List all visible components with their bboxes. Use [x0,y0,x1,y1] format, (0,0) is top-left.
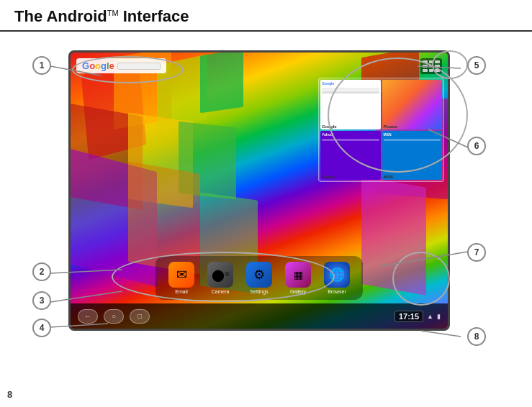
grid-dot [435,60,440,63]
page-title: The AndroidTM Interface [14,7,189,26]
grid-dot [423,69,428,72]
callout-8: 8 [467,327,486,346]
picasa-widget-label: Picasa [384,124,397,129]
google-widget[interactable]: Google Google [320,80,381,129]
navigation-bar: ← ○ □ 17:15 ▲ ▮ [71,303,448,329]
status-bar: 17:15 ▲ ▮ [395,311,441,322]
google-search-bar[interactable]: Google [76,58,166,73]
callout-5: 5 [467,56,486,75]
home-button[interactable]: ○ [104,309,124,324]
screen-background: Google Google [71,52,448,329]
block-green [200,52,243,113]
back-button[interactable]: ← [78,309,98,324]
app-dock: ✉ Email ⬤◎ Camera ⚙ Settings ▦ Gallery 🌐 [155,256,363,300]
grid-dot [435,69,440,72]
callout-1: 1 [32,56,51,75]
gallery-label: Gallery [290,289,306,294]
grid-dot [435,65,440,68]
grid-dot [423,60,428,63]
grid-dot [423,65,428,68]
camera-icon: ⬤◎ [207,262,233,288]
block-right-purple [361,176,426,296]
camera-label: Camera [212,289,230,294]
grid-dot [429,60,434,63]
callout-7: 7 [467,243,486,262]
diagram-container: Google Google [29,36,490,381]
grid-dot [429,69,434,72]
grid-dot [429,65,434,68]
yahoo-widget-label: Yahoo! [322,175,336,179]
yahoo-widget[interactable]: Yahoo! Yahoo! [320,131,381,180]
email-app[interactable]: ✉ Email [168,262,194,294]
settings-icon: ⚙ [246,262,272,288]
google-logo: Google [82,60,114,71]
email-label: Email [175,289,188,294]
tablet-screen: Google Google [68,50,450,331]
wifi-icon: ▲ [427,313,433,320]
msn-widget[interactable]: MSN MSN [382,131,443,180]
trademark: TM [107,9,119,17]
callout-2: 2 [32,262,51,281]
svg-line-7 [421,331,461,337]
widget-panel: Google Google Picasa Yahoo! Yahoo! MSN [318,78,444,182]
callout-3: 3 [32,291,51,310]
nav-buttons-group: ← ○ □ [78,309,150,324]
gallery-app[interactable]: ▦ Gallery [285,262,311,294]
browser-label: Browser [328,289,346,294]
settings-app[interactable]: ⚙ Settings [246,262,272,294]
google-search-input[interactable] [117,63,161,70]
apps-grid-icon[interactable] [420,58,442,74]
page-header: The AndroidTM Interface [0,0,532,32]
camera-app[interactable]: ⬤◎ Camera [207,262,233,294]
callout-6: 6 [467,137,486,155]
google-widget-label: Google [322,124,337,129]
clock-display: 17:15 [395,311,423,322]
browser-icon: 🌐 [324,262,350,288]
settings-label: Settings [250,289,268,294]
recent-apps-button[interactable]: □ [130,309,150,324]
picasa-widget[interactable]: Picasa [382,80,443,129]
callout-4: 4 [32,319,51,337]
email-icon: ✉ [168,262,194,288]
page-number: 8 [7,389,12,400]
gallery-icon: ▦ [285,262,311,288]
msn-widget-label: MSN [384,175,393,179]
browser-app[interactable]: 🌐 Browser [324,262,350,294]
battery-icon: ▮ [437,313,441,320]
